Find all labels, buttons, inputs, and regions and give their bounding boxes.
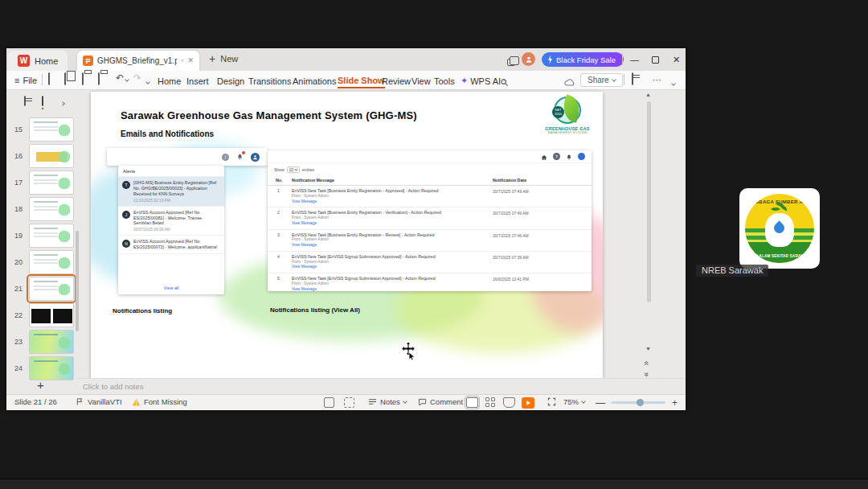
workspace: 15 16 17 18 19 20 21 22 23 24 — [6, 90, 686, 394]
row-from: From : System Admin — [292, 281, 493, 287]
ghgms-logo: NET2050 GREENHOUSE GAS MANAGEMENT SYSTEM — [543, 97, 592, 148]
tab-close-icon[interactable]: ✕ — [187, 57, 194, 64]
view-all-link[interactable]: View all — [118, 282, 224, 294]
participant-name-label: NREB Sarawak — [696, 265, 768, 277]
slideshow-play-button[interactable] — [522, 397, 534, 409]
slide-thumbnail-17[interactable] — [29, 171, 74, 195]
slide-canvas[interactable]: Sarawak Greenhouse Gas Management System… — [91, 92, 603, 378]
logo-tagline: MANAGEMENT SYSTEM — [543, 131, 592, 134]
view-message-link[interactable]: View Message — [292, 221, 493, 227]
notes-toggle[interactable]: Notes — [368, 397, 407, 406]
handout-icon[interactable] — [344, 397, 354, 408]
slide-thumbnail-16[interactable] — [29, 144, 74, 168]
video-call-screen: W Home P GHGMS_Briefing_v1.pptx ▫ ✕ + Ne… — [0, 0, 868, 489]
view-message-link[interactable]: View Message — [292, 243, 493, 249]
reading-view-icon[interactable] — [503, 397, 515, 408]
zoom-in-button[interactable]: + — [672, 397, 678, 409]
home-icon — [541, 150, 547, 164]
thumb-number: 19 — [6, 232, 23, 240]
add-slide-button[interactable]: + — [37, 378, 44, 392]
slide-thumbnail-panel: 15 16 17 18 19 20 21 22 23 24 — [6, 90, 76, 394]
maximize-button[interactable] — [648, 52, 663, 67]
zoom-out-button[interactable]: — — [596, 397, 605, 409]
next-slide-button[interactable]: » — [642, 372, 651, 377]
print-preview-icon[interactable] — [98, 74, 100, 84]
menu-slide-show[interactable]: Slide Show — [338, 73, 385, 88]
alert-item[interactable]: J EnVISS Account Approved [Ref No. ES/20… — [118, 207, 224, 236]
slide-sorter-icon[interactable] — [485, 397, 496, 407]
fit-screen-icon[interactable] — [547, 397, 556, 406]
slide-thumbnail-20[interactable] — [29, 250, 74, 274]
zoom-slider[interactable] — [611, 401, 665, 404]
home-tab[interactable]: W Home — [8, 51, 68, 71]
collapse-ribbon-icon[interactable] — [672, 77, 675, 87]
slide-thumbnail-22[interactable] — [29, 303, 74, 327]
account-avatar[interactable] — [522, 52, 535, 66]
theme-flag-icon — [76, 397, 84, 406]
col-date: Notification Date — [493, 178, 581, 183]
scroll-down-arrow[interactable]: ▼ — [645, 346, 651, 351]
slide-thumbnail-19[interactable] — [29, 224, 74, 248]
more-options-icon[interactable]: ⋯ — [653, 75, 662, 85]
wps-presentation-window: W Home P GHGMS_Briefing_v1.pptx ▫ ✕ + Ne… — [6, 48, 686, 410]
share-button[interactable]: Share — [580, 73, 623, 87]
save-icon[interactable] — [48, 74, 50, 84]
menu-design[interactable]: Design — [217, 73, 244, 88]
home-tab-label: Home — [35, 56, 58, 66]
alert-avatar: J — [122, 211, 130, 219]
menu-home[interactable]: Home — [158, 73, 181, 88]
theme-indicator[interactable]: VanillaVTI — [76, 397, 122, 406]
slide-thumbnail-18[interactable] — [29, 197, 74, 221]
previous-slide-button[interactable]: « — [642, 361, 651, 366]
menu-animations[interactable]: Animations — [293, 73, 336, 88]
slide-view-icon[interactable] — [42, 97, 43, 109]
cloud-sync-icon[interactable] — [564, 76, 575, 90]
panel-collapse-icon[interactable] — [61, 98, 64, 107]
minimize-button[interactable]: — — [627, 52, 642, 67]
menu-transitions[interactable]: Transitions — [248, 73, 291, 88]
notes-area[interactable]: Click to add notes — [76, 378, 686, 394]
menu-insert[interactable]: Insert — [186, 73, 209, 88]
view-message-link[interactable]: View Message — [292, 199, 493, 205]
search-icon[interactable] — [500, 76, 509, 90]
document-tab[interactable]: P GHGMS_Briefing_v1.pptx ▫ ✕ — [77, 51, 199, 71]
font-missing-warning[interactable]: Font Missing — [132, 397, 187, 406]
layout-panel-icon[interactable] — [632, 74, 633, 84]
menu-tools[interactable]: Tools — [434, 73, 455, 88]
slide-scrollbar[interactable] — [647, 101, 651, 302]
slide-thumbnail-24[interactable] — [29, 356, 74, 380]
outline-view-icon[interactable] — [24, 97, 26, 105]
toolbar-more-icon[interactable] — [146, 76, 149, 85]
undo-icon[interactable]: ↶ — [116, 73, 129, 83]
print-icon[interactable] — [82, 74, 84, 84]
menu-view[interactable]: View — [411, 73, 431, 88]
slide-thumbnail-23[interactable] — [29, 330, 74, 354]
redo-icon[interactable]: ↷ — [133, 73, 141, 83]
thumbnail-scrollbar[interactable] — [76, 231, 79, 331]
tab-preview-icon[interactable]: ▫ — [181, 57, 183, 64]
comment-button[interactable]: Comment — [418, 397, 463, 406]
bell-icon — [566, 150, 572, 164]
close-button[interactable]: ✕ — [669, 52, 684, 67]
task-pane-icon[interactable] — [324, 397, 334, 408]
new-tab-button[interactable]: + New — [209, 52, 238, 65]
page-size-select[interactable]: 10 — [287, 166, 301, 173]
menu-review[interactable]: Review — [382, 73, 411, 88]
slide-thumbnail-21-selected[interactable] — [29, 277, 74, 301]
slide-thumbnail-15[interactable] — [29, 117, 74, 142]
view-message-link[interactable]: View Message — [292, 265, 493, 270]
new-tab-label: New — [220, 54, 238, 64]
participant-video-tile[interactable]: LEMBAGA SUMBER ASLI DAN ALAM SEKITAR SAR… — [739, 188, 820, 269]
normal-view-icon[interactable] — [466, 397, 478, 408]
duplicate-icon[interactable] — [64, 74, 66, 84]
thumb-number: 17 — [6, 179, 23, 187]
menu-wps-ai[interactable]: ✦WPS AI — [461, 73, 501, 88]
zoom-level[interactable]: 75% — [563, 397, 585, 406]
scroll-up-arrow[interactable]: ▲ — [645, 92, 651, 97]
alert-item[interactable]: T [GHG-MS] Business Entity Registration … — [118, 177, 224, 207]
view-message-link[interactable]: View Message — [292, 287, 493, 293]
split-view-icon[interactable] — [505, 55, 518, 68]
file-menu-button[interactable]: ≡ File — [14, 73, 37, 88]
alert-item[interactable]: N EnVISS Account Approved [Ref No. ES/20… — [118, 236, 224, 254]
black-friday-sale-button[interactable]: Black Friday Sale — [542, 52, 624, 67]
